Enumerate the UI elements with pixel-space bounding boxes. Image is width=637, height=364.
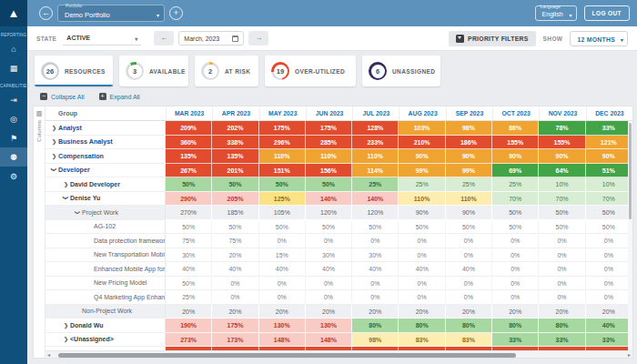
state-select[interactable]: ACTIVE ▾ bbox=[63, 31, 141, 46]
scrollbar-thumb[interactable] bbox=[629, 123, 632, 219]
kpi-ring-icon: 2 bbox=[201, 62, 219, 80]
group-cell: Q4 Marketing App Enhancem... bbox=[46, 290, 166, 305]
chevron-down-icon[interactable]: ❯ bbox=[75, 208, 81, 217]
main-content: 26RESOURCES3AVAILABLE2AT RISK19OVER-UTIL… bbox=[27, 51, 637, 364]
utilization-cell: 75% bbox=[166, 234, 212, 248]
range-select[interactable]: 12 MONTHS ▾ bbox=[570, 31, 628, 46]
utilization-cell: 15% bbox=[259, 248, 306, 263]
chevron-right-icon[interactable]: ❯ bbox=[50, 138, 58, 145]
utilization-cell: 130% bbox=[306, 318, 352, 333]
columns-tab[interactable]: ▥ Columns bbox=[34, 106, 46, 358]
collapse-all-button[interactable]: − Collapse All bbox=[40, 93, 85, 100]
grid-controls: − Collapse All + Expand All bbox=[27, 86, 637, 100]
expand-icon: + bbox=[99, 93, 106, 100]
sidebar-item-resources[interactable]: ⚉ bbox=[0, 147, 27, 167]
utilization-cell: 120% bbox=[352, 206, 399, 220]
utilization-cell: 0% bbox=[492, 234, 539, 248]
sidebar-item-scenario[interactable]: ⚑ bbox=[0, 128, 27, 147]
vertical-scrollbar[interactable] bbox=[628, 121, 632, 350]
table-row: ❯Analyst209%202%175%175%128%103%98%86%78… bbox=[46, 121, 632, 136]
group-cell: ❯Project Work bbox=[46, 206, 166, 220]
utilization-cell: 40% bbox=[212, 262, 258, 277]
utilization-cell: 80% bbox=[446, 318, 492, 333]
group-label: Business Analyst bbox=[58, 137, 113, 146]
utilization-cell: 338% bbox=[212, 136, 258, 150]
snapshot-icon: ◎ bbox=[10, 115, 17, 124]
chevron-down-icon[interactable]: ❯ bbox=[51, 166, 57, 174]
table-row: ❯David Developer50%50%50%50%25%25%25%25%… bbox=[46, 177, 632, 192]
kpi-card-at-risk[interactable]: 2AT RISK bbox=[195, 56, 258, 86]
sidebar-item-snapshot[interactable]: ◎ bbox=[0, 109, 27, 128]
utilization-cell: 0% bbox=[446, 248, 492, 263]
home-icon: ⌂ bbox=[11, 45, 15, 54]
next-month-button[interactable]: → bbox=[248, 31, 268, 46]
horizontal-scrollbar[interactable]: ◂ ▸ bbox=[46, 350, 632, 358]
kpi-ring-icon: 26 bbox=[41, 62, 59, 80]
chevron-right-icon[interactable]: ❯ bbox=[62, 336, 70, 342]
chevron-right-icon[interactable]: ❯ bbox=[62, 322, 70, 329]
chevron-right-icon[interactable]: ❯ bbox=[50, 153, 58, 159]
utilization-cell: 0% bbox=[446, 277, 492, 291]
scrollbar-thumb[interactable] bbox=[58, 353, 516, 358]
utilization-cell: 20% bbox=[446, 305, 492, 319]
utilization-cell: 296% bbox=[259, 136, 306, 150]
sidebar-item-home[interactable]: ⌂ bbox=[0, 39, 27, 58]
sidebar-item-settings-gear[interactable]: ⚙ bbox=[0, 167, 27, 186]
sidebar-item-reports-grid[interactable]: ▦ bbox=[0, 58, 27, 77]
utilization-cell: 110% bbox=[259, 149, 306, 164]
add-portfolio-icon[interactable]: + bbox=[169, 6, 183, 20]
sidebar-section-capabilities: CAPABILITIES bbox=[0, 84, 27, 88]
chevron-down-icon[interactable]: ❯ bbox=[63, 194, 69, 202]
priority-filters-button[interactable]: PRIORITY FILTERS bbox=[449, 31, 535, 46]
utilization-cell: 148% bbox=[306, 333, 352, 348]
kpi-card-available[interactable]: 3AVAILABLE bbox=[119, 56, 188, 86]
table-row: Enhanced Mobile App for Ag...40%40%40%40… bbox=[46, 262, 632, 277]
expand-all-button[interactable]: + Expand All bbox=[99, 93, 140, 100]
priority-filters-label: PRIORITY FILTERS bbox=[468, 35, 528, 42]
utilization-cell: 0% bbox=[352, 234, 399, 248]
utilization-cell: 0% bbox=[586, 262, 632, 277]
table-row: ❯Business Analyst360%338%296%285%233%210… bbox=[46, 136, 632, 150]
sidebar-item-milestones[interactable]: ⇥ bbox=[0, 90, 27, 109]
utilization-cell: 130% bbox=[259, 318, 306, 333]
table-row: ❯Denise Yu290%205%125%140%140%110%110%70… bbox=[46, 192, 632, 207]
group-cell: New Transportation Mobile A... bbox=[46, 248, 166, 263]
group-label: Enhanced Mobile App for Ag... bbox=[94, 266, 166, 272]
utilization-cell: 105% bbox=[259, 206, 306, 220]
utilization-cell: 0% bbox=[492, 262, 539, 277]
collapse-all-label: Collapse All bbox=[51, 94, 85, 100]
month-picker[interactable]: March, 2023 bbox=[178, 31, 244, 46]
prev-month-button[interactable]: ← bbox=[154, 31, 174, 46]
utilization-cell: 50% bbox=[539, 206, 585, 220]
group-cell: ❯Analyst bbox=[46, 121, 166, 136]
language-select[interactable]: Language English ▾ bbox=[535, 5, 577, 21]
utilization-cell: 25% bbox=[492, 177, 539, 192]
kpi-card-unassigned[interactable]: 6UNASSIGNED bbox=[362, 56, 440, 86]
columns-icon: ▥ bbox=[36, 110, 43, 117]
kpi-value: 19 bbox=[271, 62, 289, 80]
utilization-cell: 0% bbox=[259, 234, 306, 248]
app-logo-icon[interactable]: ▲ bbox=[0, 0, 27, 26]
scroll-right-icon[interactable]: ▸ bbox=[628, 351, 631, 358]
portfolio-select[interactable]: Portfolio Demo Portfolio ▾ bbox=[57, 5, 165, 22]
utilization-cell: 10% bbox=[586, 177, 632, 192]
kpi-card-over-utilized[interactable]: 19OVER-UTILIZED bbox=[265, 56, 356, 86]
utilization-cell: 70% bbox=[492, 192, 539, 207]
chevron-right-icon[interactable]: ❯ bbox=[62, 181, 70, 187]
reports-grid-icon: ▦ bbox=[10, 64, 18, 73]
scroll-left-icon[interactable]: ◂ bbox=[47, 351, 50, 358]
utilization-cell: 190% bbox=[166, 318, 212, 333]
utilization-cell: 0% bbox=[399, 234, 445, 248]
utilization-cell: 0% bbox=[399, 290, 445, 305]
logout-button[interactable]: LOG OUT bbox=[584, 5, 630, 21]
utilization-cell: 135% bbox=[166, 149, 212, 164]
utilization-cell: 50% bbox=[586, 220, 632, 235]
utilization-cell: 175% bbox=[259, 121, 306, 136]
table-row: ❯<Unassigned>273%173%148%148%98%83%83%33… bbox=[46, 333, 632, 348]
kpi-card-resources[interactable]: 26RESOURCES bbox=[35, 56, 113, 86]
chevron-right-icon[interactable]: ❯ bbox=[50, 125, 58, 131]
utilization-cell: 135% bbox=[212, 149, 258, 164]
utilization-cell: 173% bbox=[212, 333, 258, 348]
back-circle-icon[interactable]: ← bbox=[39, 6, 53, 20]
utilization-cell: 110% bbox=[446, 192, 492, 207]
